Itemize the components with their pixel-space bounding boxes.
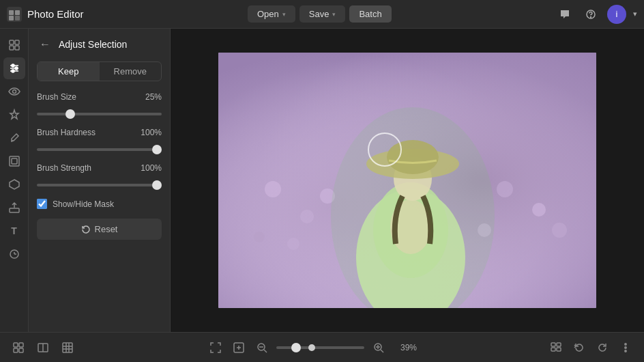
logo-icon <box>7 7 22 22</box>
chat-icon-button[interactable] <box>555 5 574 24</box>
show-mask-label: Show/Hide Mask <box>53 199 114 209</box>
reset-icon <box>81 225 91 234</box>
svg-rect-2 <box>15 10 20 15</box>
zoom-slider[interactable] <box>276 346 364 349</box>
avatar-chevron-icon[interactable]: ▾ <box>633 10 637 18</box>
fit-to-screen-button[interactable] <box>207 339 224 357</box>
panel-header: ← Adjust Selection <box>37 37 162 52</box>
brush-strength-label: Brush Strength <box>37 163 91 173</box>
thumbnail-button[interactable] <box>546 337 566 358</box>
layers-bottom-button[interactable] <box>8 337 29 358</box>
zoom-in-icon <box>373 342 384 353</box>
brush-strength-slider[interactable] <box>37 184 162 186</box>
canvas-area[interactable] <box>171 29 644 332</box>
redo-button[interactable] <box>592 337 613 358</box>
svg-point-34 <box>287 238 299 250</box>
layers-icon <box>8 39 20 51</box>
user-avatar[interactable]: i <box>607 5 626 24</box>
brush-hardness-label: Brush Hardness <box>37 128 96 137</box>
main-area: T ← Adjust Selection Keep Remove <box>0 29 644 332</box>
grid-bottom-button[interactable] <box>57 337 78 358</box>
svg-rect-8 <box>15 40 19 44</box>
svg-rect-66 <box>551 343 555 346</box>
save-button[interactable]: Save ▾ <box>299 5 346 23</box>
frames-tool-button[interactable] <box>3 150 25 172</box>
open-label: Open <box>257 9 279 19</box>
svg-rect-47 <box>14 343 18 347</box>
keep-label: Keep <box>58 66 78 76</box>
help-icon-button[interactable] <box>581 5 600 24</box>
help-icon <box>585 9 596 20</box>
keep-button[interactable]: Keep <box>38 62 100 81</box>
svg-point-6 <box>591 16 591 17</box>
compare-bottom-button[interactable] <box>33 337 53 358</box>
export-tool-button[interactable] <box>3 197 25 219</box>
app-title: Photo Editor <box>27 8 84 20</box>
save-chevron-icon: ▾ <box>332 11 336 18</box>
undo-button[interactable] <box>569 337 589 358</box>
brush-size-group: Brush Size 25% <box>37 92 162 118</box>
svg-point-17 <box>12 90 16 94</box>
bottom-left-tools <box>8 337 78 358</box>
zoom-fit-icon <box>233 342 244 353</box>
svg-rect-48 <box>19 343 23 347</box>
svg-point-71 <box>625 346 626 348</box>
svg-line-65 <box>381 350 383 352</box>
brush-size-value: 25% <box>145 92 162 102</box>
remove-button[interactable]: Remove <box>100 62 162 81</box>
svg-point-70 <box>625 343 626 344</box>
show-mask-row: Show/Hide Mask <box>37 199 162 209</box>
batch-label: Batch <box>359 9 381 19</box>
brush-strength-header: Brush Strength 100% <box>37 163 162 173</box>
sliders-icon <box>8 62 20 74</box>
svg-point-14 <box>15 67 18 70</box>
reset-button[interactable]: Reset <box>37 219 162 240</box>
elements-tool-button[interactable] <box>3 173 25 195</box>
zoom-fit-button[interactable] <box>230 339 248 357</box>
layers-tool-button[interactable] <box>3 34 25 56</box>
brush-size-slider[interactable] <box>37 113 162 115</box>
topbar-right: i ▾ <box>555 5 637 24</box>
layers-bottom-icon <box>13 342 24 353</box>
open-chevron-icon: ▾ <box>282 11 286 18</box>
grid-icon <box>62 342 73 353</box>
fit-screen-icon <box>210 342 221 353</box>
zoom-in-button[interactable] <box>370 339 387 357</box>
zoom-out-button[interactable] <box>253 339 271 357</box>
sparkle-icon <box>8 109 20 121</box>
back-button[interactable]: ← <box>37 37 53 52</box>
svg-marker-18 <box>10 110 18 119</box>
reset-label: Reset <box>95 224 118 234</box>
svg-point-32 <box>254 232 265 242</box>
eye-tool-button[interactable] <box>3 81 25 102</box>
brush-hardness-slider[interactable] <box>37 148 162 151</box>
svg-point-37 <box>552 223 567 238</box>
batch-button[interactable]: Batch <box>349 5 391 23</box>
show-mask-checkbox[interactable] <box>37 199 47 209</box>
brush-tool-button[interactable] <box>3 127 25 149</box>
svg-rect-1 <box>9 10 14 15</box>
redo-icon <box>597 342 608 353</box>
topbar-center: Open ▾ Save ▾ Batch <box>84 5 555 23</box>
export-icon <box>8 201 20 214</box>
svg-rect-9 <box>10 46 14 50</box>
effects-tool-button[interactable] <box>3 104 25 126</box>
svg-rect-49 <box>14 348 18 352</box>
chat-icon <box>559 9 570 20</box>
more-actions-button[interactable] <box>615 337 636 358</box>
more-tool-button[interactable] <box>3 243 25 265</box>
text-icon: T <box>11 225 17 236</box>
elements-icon <box>8 178 20 191</box>
adjustments-tool-button[interactable] <box>3 57 25 79</box>
avatar-initial: i <box>616 9 618 19</box>
zoom-level-text: 39% <box>393 343 417 352</box>
svg-point-12 <box>12 64 14 67</box>
save-label: Save <box>309 9 330 19</box>
topbar: Photo Editor Open ▾ Save ▾ Batch <box>0 0 644 29</box>
svg-point-31 <box>300 210 314 223</box>
text-tool-button[interactable]: T <box>3 220 25 242</box>
open-button[interactable]: Open ▾ <box>248 5 295 23</box>
bottom-bar: 39% <box>0 332 644 362</box>
frame-icon <box>8 155 20 167</box>
photo-svg <box>218 53 596 308</box>
